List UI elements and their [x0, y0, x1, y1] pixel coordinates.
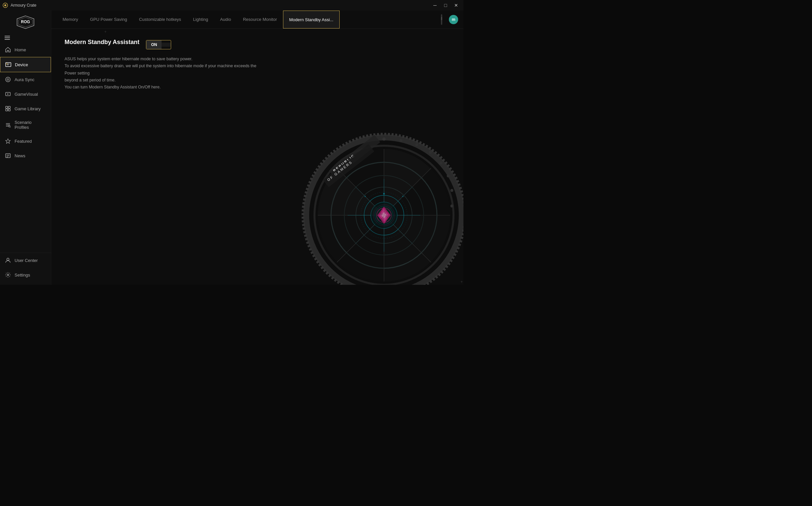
sidebar-item-gamevisual[interactable]: GameVisual [0, 87, 51, 101]
sidebar-label-device: Device [15, 62, 28, 67]
minimize-button[interactable]: ─ [430, 1, 439, 10]
svg-point-34 [314, 146, 453, 285]
svg-rect-15 [8, 106, 10, 108]
svg-point-39 [331, 162, 437, 268]
close-button[interactable]: ✕ [451, 1, 461, 10]
svg-point-53 [377, 208, 391, 223]
sidebar-item-news[interactable]: News [0, 148, 51, 163]
toggle-on-label: ON [146, 40, 162, 49]
sidebar-label-home: Home [15, 48, 26, 52]
sidebar-label-featured: Featured [15, 139, 32, 144]
sidebar-label-game-library: Game Library [15, 106, 41, 111]
sidebar-item-featured[interactable]: Featured [0, 134, 51, 148]
sidebar-item-scenario-profiles[interactable]: Scenario Profiles [0, 116, 51, 134]
titlebar: Armoury Crate ─ □ ✕ [0, 0, 464, 11]
svg-point-42 [364, 195, 404, 235]
tab-resource-monitor[interactable]: Resource Monitor [237, 11, 283, 28]
tabs-container: Memory GPU Power Saving Customizable hot… [57, 11, 340, 28]
svg-point-48 [371, 202, 397, 229]
sidebar-label-gamevisual: GameVisual [15, 92, 38, 97]
svg-rect-14 [6, 106, 8, 108]
sidebar-label-news: News [15, 153, 25, 158]
svg-marker-51 [379, 208, 389, 222]
tab-audio[interactable]: Audio [214, 11, 237, 28]
app-title: Armoury Crate [11, 3, 36, 8]
scenario-profiles-icon [5, 121, 11, 128]
hamburger-menu[interactable] [0, 34, 51, 41]
svg-point-43 [361, 192, 407, 238]
desc-line-3: beyond a set period of time. [65, 77, 257, 84]
toggle-switch[interactable]: ON [146, 40, 171, 49]
sidebar: ROG Home [0, 11, 51, 285]
device-icon [5, 61, 12, 68]
user-avatar[interactable]: m [449, 15, 458, 24]
svg-rect-17 [8, 109, 10, 111]
sidebar-logo: ROG [0, 11, 51, 34]
section-description: ASUS helps your system enter hibernate m… [65, 56, 257, 91]
svg-marker-23 [6, 139, 10, 143]
svg-point-60 [415, 143, 418, 146]
tab-memory[interactable]: Memory [57, 11, 84, 28]
sidebar-label-user-center: User Center [15, 258, 38, 263]
sidebar-bottom: User Center Settings [0, 253, 51, 285]
svg-rect-16 [6, 109, 8, 111]
svg-point-64 [450, 189, 453, 192]
maximize-button[interactable]: □ [441, 1, 450, 10]
hamburger-icon [5, 36, 46, 40]
svg-rect-8 [6, 63, 7, 64]
toggle-off-label [162, 43, 171, 47]
sidebar-item-home[interactable]: Home [0, 43, 51, 57]
svg-text:ROG: ROG [21, 19, 30, 24]
svg-point-11 [8, 79, 8, 80]
game-library-icon [5, 105, 11, 112]
svg-point-55 [383, 193, 385, 195]
svg-point-29 [7, 274, 9, 276]
home-icon [5, 47, 11, 53]
news-icon [5, 152, 11, 159]
svg-point-59 [400, 139, 403, 142]
rog-wheel-decoration: REPUBLIC OF GAMERS [301, 133, 464, 285]
svg-point-62 [439, 162, 442, 165]
desc-line-2: To avoid excessive battery drain, we wil… [65, 63, 257, 77]
svg-rect-66 [329, 135, 380, 178]
titlebar-controls: ─ □ ✕ [430, 1, 461, 10]
svg-point-1 [4, 4, 6, 6]
sidebar-label-scenario-profiles: Scenario Profiles [15, 120, 46, 130]
tab-lighting[interactable]: Lighting [187, 11, 214, 28]
svg-point-49 [375, 206, 393, 225]
svg-marker-13 [7, 93, 9, 95]
toggle-row: Modern Standby Assistant ON [65, 39, 450, 50]
sidebar-item-settings[interactable]: Settings [0, 268, 51, 282]
sidebar-item-device[interactable]: Device [0, 57, 51, 72]
expand-corner-tl: + [104, 29, 107, 34]
svg-rect-31 [441, 17, 442, 20]
sidebar-menu: Home Device [0, 41, 51, 253]
svg-line-38 [337, 168, 431, 262]
svg-point-57 [365, 196, 366, 197]
svg-point-32 [306, 138, 462, 285]
svg-point-33 [303, 134, 464, 285]
svg-point-61 [429, 151, 432, 154]
expand-corner-br: + [461, 279, 463, 284]
scroll-bar-icon [438, 14, 445, 25]
tab-customizable-hotkeys[interactable]: Customizable hotkeys [133, 11, 187, 28]
svg-point-28 [7, 258, 9, 261]
sidebar-item-aura-sync[interactable]: Aura Sync [0, 72, 51, 87]
gamevisual-icon [5, 91, 11, 97]
content-header: Memory GPU Power Saving Customizable hot… [51, 11, 464, 29]
header-right: m [438, 14, 458, 25]
tab-gpu-power-saving[interactable]: GPU Power Saving [84, 11, 133, 28]
svg-text:REPUBLIC: REPUBLIC [332, 153, 356, 173]
svg-marker-50 [377, 206, 391, 224]
svg-point-65 [450, 205, 453, 207]
svg-point-54 [374, 205, 395, 226]
sidebar-item-game-library[interactable]: Game Library [0, 101, 51, 116]
svg-line-37 [337, 168, 431, 262]
main-content: Modern Standby Assistant ON ASUS helps y… [51, 29, 464, 285]
svg-marker-52 [381, 212, 387, 219]
tab-modern-standby[interactable]: Modern Standby Assi... [283, 11, 340, 28]
section-title: Modern Standby Assistant [65, 39, 139, 46]
titlebar-left: Armoury Crate [3, 3, 36, 8]
sidebar-item-user-center[interactable]: User Center [0, 253, 51, 268]
settings-icon [5, 271, 11, 278]
